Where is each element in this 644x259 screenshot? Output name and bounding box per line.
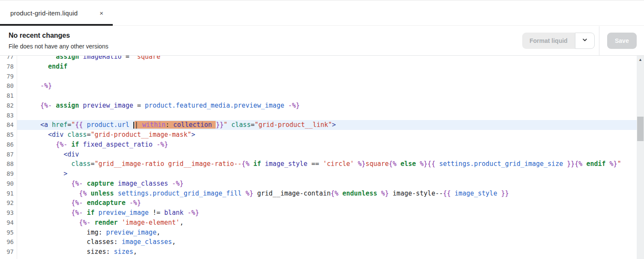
code-text: class="grid__image-ratio grid__image-rat…: [17, 159, 637, 169]
line-number: 87: [0, 150, 17, 160]
code-text: [17, 257, 637, 259]
tab-product-grid-item[interactable]: product-grid-item.liquid ×: [0, 0, 113, 25]
version-header: No recent changes File does not have any…: [0, 26, 644, 56]
tab-label: product-grid-item.liquid: [10, 9, 98, 17]
line-number: 89∨: [0, 169, 17, 179]
code-line[interactable]: 83: [0, 111, 644, 120]
text-cursor: [133, 122, 134, 129]
line-number: 84∨: [0, 120, 17, 130]
code-line[interactable]: 98: [0, 257, 644, 259]
version-subtitle: File does not have any other versions: [9, 43, 108, 50]
line-number: 93: [0, 208, 17, 218]
code-line[interactable]: 81: [0, 91, 644, 101]
line-number: 77: [0, 56, 17, 62]
line-number: 98: [0, 257, 17, 259]
line-number: 83: [0, 111, 17, 120]
line-number: 86: [0, 140, 17, 150]
code-line[interactable]: 87 <div: [0, 150, 644, 160]
code-line[interactable]: 82{%- assign preview_image = product.fea…: [0, 101, 644, 111]
code-lines: 77 assign imageRatio = 'square'78 endif7…: [0, 56, 644, 259]
code-line[interactable]: 88 class="grid__image-ratio grid__image-…: [0, 159, 644, 169]
line-number: 80: [0, 81, 17, 91]
code-line[interactable]: 95 img: preview_image,: [0, 228, 644, 238]
code-text: {%- if fixed_aspect_ratio -%}: [17, 140, 637, 150]
code-text: sizes: sizes,: [17, 247, 637, 257]
code-line[interactable]: 93 {%- if preview_image != blank -%}: [0, 208, 644, 218]
code-text: {%- assign preview_image = product.featu…: [17, 101, 637, 111]
code-line[interactable]: 96 classes: image_classes,: [0, 237, 644, 247]
chevron-down-icon: [582, 37, 588, 45]
version-title: No recent changes: [9, 32, 70, 39]
code-text: {%- capture image_classes -%}: [17, 179, 637, 189]
code-text: <div: [17, 150, 637, 160]
scrollbar[interactable]: ▲: [637, 56, 644, 259]
scroll-up-button[interactable]: ▲: [637, 56, 644, 63]
code-line[interactable]: 78 endif: [0, 62, 644, 72]
line-number: 82: [0, 101, 17, 111]
code-text: {%- render 'image-element',: [17, 218, 637, 228]
code-text: {%- if preview_image != blank -%}: [17, 208, 637, 218]
close-icon[interactable]: ×: [98, 9, 105, 17]
code-text: img: preview_image,: [17, 228, 637, 238]
code-text: [17, 91, 637, 101]
header-divider: [599, 26, 599, 55]
active-tab-underline: [0, 24, 113, 26]
code-text: -%}: [17, 81, 637, 91]
code-text: [17, 111, 637, 120]
format-liquid-button[interactable]: Format liquid: [522, 33, 575, 49]
line-number: 81: [0, 91, 17, 101]
line-number: 79: [0, 72, 17, 81]
code-text: endif: [17, 62, 637, 72]
code-text: assign imageRatio = 'square': [17, 56, 637, 62]
code-line[interactable]: 84∨<a href="{{ product.url | within: col…: [0, 120, 644, 130]
code-editor-window: product-grid-item.liquid × No recent cha…: [0, 0, 644, 259]
line-number: 90: [0, 179, 17, 189]
editor[interactable]: 77 assign imageRatio = 'square'78 endif7…: [0, 56, 644, 259]
line-number: 96: [0, 237, 17, 247]
code-text: classes: image_classes,: [17, 237, 637, 247]
code-text: {%- endcapture -%}: [17, 198, 637, 208]
scroll-thumb[interactable]: [637, 117, 644, 141]
code-line[interactable]: 94 {%- render 'image-element',: [0, 218, 644, 228]
tab-bar: product-grid-item.liquid ×: [0, 0, 644, 26]
save-button[interactable]: Save: [607, 33, 637, 49]
code-line[interactable]: 97 sizes: sizes,: [0, 247, 644, 257]
line-number: 85∨: [0, 130, 17, 140]
code-line[interactable]: 91 {% unless settings.product_grid_image…: [0, 189, 644, 199]
code-line[interactable]: 79: [0, 72, 644, 81]
line-number: 97: [0, 247, 17, 257]
code-line[interactable]: 89∨ >: [0, 169, 644, 179]
format-liquid-dropdown-button[interactable]: [575, 33, 595, 49]
code-text: {% unless settings.product_grid_image_fi…: [17, 189, 637, 199]
code-text: <div class="grid-product__image-mask">: [17, 130, 637, 140]
code-line[interactable]: 92 {%- endcapture -%}: [0, 198, 644, 208]
code-line[interactable]: 86 {%- if fixed_aspect_ratio -%}: [0, 140, 644, 150]
line-number: 94: [0, 218, 17, 228]
code-line[interactable]: 90 {%- capture image_classes -%}: [0, 179, 644, 189]
code-line[interactable]: 77 assign imageRatio = 'square': [0, 56, 644, 62]
line-number: 78: [0, 62, 17, 72]
line-number: 88: [0, 159, 17, 169]
code-text: [17, 72, 637, 81]
code-text: >: [17, 169, 637, 179]
code-text: <a href="{{ product.url | within: collec…: [17, 120, 637, 130]
line-number: 92: [0, 198, 17, 208]
line-number: 91: [0, 189, 17, 199]
scroll-up-icon: ▲: [638, 57, 642, 62]
line-number: 95: [0, 228, 17, 238]
code-line[interactable]: 85∨ <div class="grid-product__image-mask…: [0, 130, 644, 140]
format-liquid-split-button: Format liquid: [522, 33, 595, 49]
code-line[interactable]: 80-%}: [0, 81, 644, 91]
